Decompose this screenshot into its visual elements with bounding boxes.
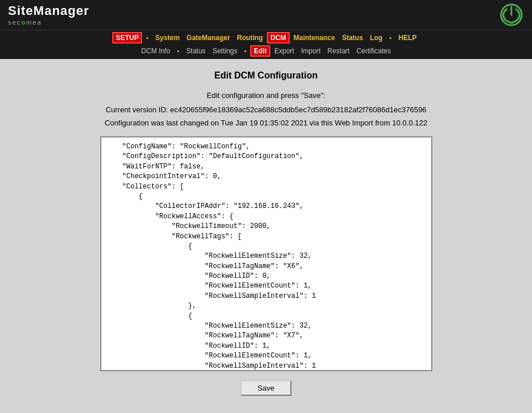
power-icon[interactable] — [499, 2, 524, 27]
version-label: Current version ID: — [105, 105, 168, 114]
nav-sub-certificates[interactable]: Certificates — [353, 46, 393, 56]
nav-sub-import[interactable]: Import — [298, 46, 324, 56]
nav-dcm[interactable]: DCM — [267, 32, 289, 44]
json-editor-wrapper: "ConfigName": "RockwellConfig", "ConfigD… — [100, 136, 432, 371]
nav-dot-1: • — [143, 34, 151, 42]
nav-gatemanager[interactable]: GateManager — [184, 33, 233, 42]
nav-dot-2: • — [387, 34, 395, 42]
nav-sub-dcm-info[interactable]: DCM Info — [139, 46, 174, 56]
nav-status[interactable]: Status — [339, 33, 366, 42]
nav-maintenance[interactable]: Maintenance — [291, 33, 338, 42]
nav-main: SETUP • System GateManager Routing DCM M… — [0, 32, 532, 44]
version-value: ec420655f96e18369ac52ca688c5ddb5ec7d589b… — [170, 105, 426, 114]
nav-setup[interactable]: SETUP — [112, 32, 142, 44]
nav-help[interactable]: HELP — [396, 33, 420, 42]
save-button[interactable]: Save — [241, 380, 292, 396]
nav-sub-status[interactable]: Status — [183, 46, 208, 56]
site-manager-logo: SiteManager — [8, 4, 89, 18]
nav-log[interactable]: Log — [367, 33, 385, 42]
nav-system[interactable]: System — [152, 33, 183, 42]
nav-routing[interactable]: Routing — [234, 33, 266, 42]
last-changed-text: Configuration was last changed on Tue Ja… — [23, 119, 509, 127]
header: SiteManager secomea — [0, 0, 532, 30]
version-id: Current version ID: ec420655f96e18369ac5… — [23, 105, 509, 114]
save-area: Save — [23, 380, 509, 396]
nav-sub: DCM Info • Status Settings • Edit Export… — [0, 45, 532, 57]
nav-bar: SETUP • System GateManager Routing DCM M… — [0, 30, 532, 59]
nav-sub-dot-1: • — [174, 47, 182, 55]
secomea-logo: secomea — [8, 19, 89, 26]
nav-sub-restart[interactable]: Restart — [325, 46, 353, 56]
page-title: Edit DCM Configuration — [23, 70, 509, 81]
nav-sub-edit[interactable]: Edit — [250, 45, 270, 57]
instruction-text: Edit configuration and press "Save": — [23, 91, 509, 100]
json-editor[interactable]: "ConfigName": "RockwellConfig", "ConfigD… — [101, 137, 431, 370]
nav-sub-settings[interactable]: Settings — [210, 46, 240, 56]
logo: SiteManager secomea — [8, 4, 89, 25]
nav-sub-export[interactable]: Export — [271, 46, 297, 56]
content-area: Edit DCM Configuration Edit configuratio… — [0, 59, 532, 413]
nav-sub-dot-2: • — [241, 47, 249, 55]
